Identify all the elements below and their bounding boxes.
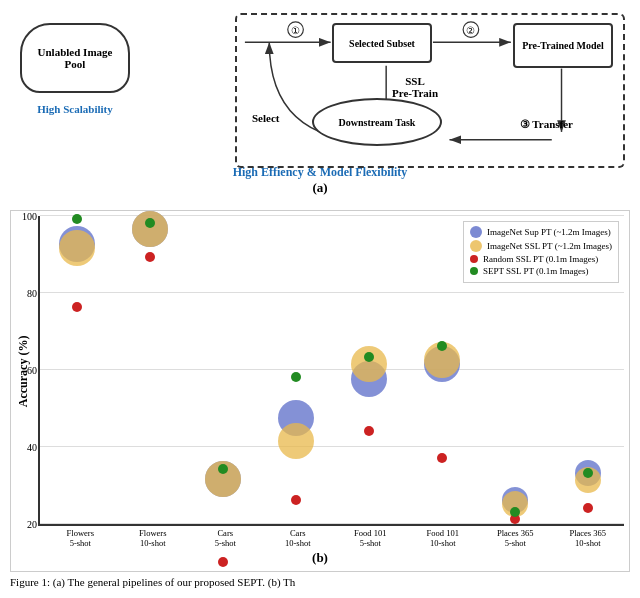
dot-g7-green	[510, 507, 520, 517]
legend-dot-blue	[470, 226, 482, 238]
grid-40	[40, 446, 624, 447]
legend-dot-green	[470, 267, 478, 275]
svg-text:①: ①	[291, 25, 300, 36]
select-label: Select	[252, 112, 279, 124]
svg-point-6	[288, 22, 304, 38]
dot-g8-green	[583, 468, 593, 478]
y-tick-100: 100	[22, 211, 40, 222]
svg-text:②: ②	[466, 25, 475, 36]
x-label-6: Food 10110-shot	[407, 528, 480, 548]
grid-100	[40, 215, 624, 216]
y-tick-80: 80	[27, 288, 40, 299]
x-label-5: Food 1015-shot	[334, 528, 407, 548]
legend-item-yellow: ImageNet SSL PT (~1.2m Images)	[470, 240, 612, 252]
legend-label-red: Random SSL PT (0.1m Images)	[483, 254, 598, 264]
dot-g4-red	[291, 495, 301, 505]
legend-dot-yellow	[470, 240, 482, 252]
x-label-8: Places 36510-shot	[552, 528, 625, 548]
legend-item-red: Random SSL PT (0.1m Images)	[470, 254, 612, 264]
x-label-3: Cars5-shot	[189, 528, 262, 548]
dot-g2-green	[145, 218, 155, 228]
dot-g5-green	[364, 352, 374, 362]
dot-g2-red	[145, 252, 155, 262]
dot-g4-yellow	[278, 423, 314, 459]
legend-item-blue: ImageNet Sup PT (~1.2m Images)	[470, 226, 612, 238]
legend-dot-red	[470, 255, 478, 263]
dot-g6-red	[437, 453, 447, 463]
high-scalability-label: High Scalability	[20, 103, 130, 115]
legend-item-green: SEPT SSL PT (0.1m Images)	[470, 266, 612, 276]
selected-subset-box: Selected Subset	[332, 23, 432, 63]
x-label-2: Flowers10-shot	[117, 528, 190, 548]
figure-caption: Figure 1: (a) The general pipelines of o…	[10, 575, 630, 590]
ssl-label: SSLPre-Train	[392, 75, 438, 99]
transfer-label: ③ Transfer	[520, 118, 573, 131]
dot-g3-red	[218, 557, 228, 567]
x-labels: Flowers5-shot Flowers10-shot Cars5-shot …	[44, 528, 624, 548]
y-tick-40: 40	[27, 442, 40, 453]
dot-g8-red	[583, 503, 593, 513]
dot-g2-yellow	[132, 211, 168, 247]
pretrained-box: Pre-Trained Model	[513, 23, 613, 68]
x-label-1: Flowers5-shot	[44, 528, 117, 548]
grid-20	[40, 523, 624, 524]
diagram-inner: Unlabled Image Pool High Scalability	[10, 8, 630, 163]
x-label-4: Cars10-shot	[262, 528, 335, 548]
fig-a-label: (a)	[312, 180, 327, 196]
dot-g1-yellow	[59, 230, 95, 266]
cloud-box: Unlabled Image Pool	[20, 23, 130, 93]
chart-section: Accuracy (%) 20 40 60 80	[10, 210, 630, 572]
dot-g1-green	[72, 214, 82, 224]
chart-area: Accuracy (%) 20 40 60 80	[16, 216, 624, 526]
downstream-box: Downstream Task	[312, 98, 442, 146]
dot-g4-green	[291, 372, 301, 382]
chart-plot: 20 40 60 80 100	[38, 216, 624, 526]
dot-g5-yellow	[351, 346, 387, 382]
dot-g3-green	[218, 464, 228, 474]
legend-label-green: SEPT SSL PT (0.1m Images)	[483, 266, 589, 276]
svg-point-8	[463, 22, 479, 38]
diagram-section: Unlabled Image Pool High Scalability	[10, 8, 630, 208]
fig-b-label: (b)	[16, 550, 624, 566]
legend-label-yellow: ImageNet SSL PT (~1.2m Images)	[487, 241, 612, 251]
y-tick-60: 60	[27, 365, 40, 376]
x-label-7: Places 3655-shot	[479, 528, 552, 548]
dot-g1-red	[72, 302, 82, 312]
chart-legend: ImageNet Sup PT (~1.2m Images) ImageNet …	[463, 221, 619, 283]
dot-g6-green	[437, 341, 447, 351]
legend-label-blue: ImageNet Sup PT (~1.2m Images)	[487, 227, 611, 237]
dot-g5-red	[364, 426, 374, 436]
grid-60	[40, 369, 624, 370]
dashed-box: ① ② Selected Subset Pre-Trained Model SS…	[235, 13, 625, 168]
grid-80	[40, 292, 624, 293]
y-tick-20: 20	[27, 519, 40, 530]
